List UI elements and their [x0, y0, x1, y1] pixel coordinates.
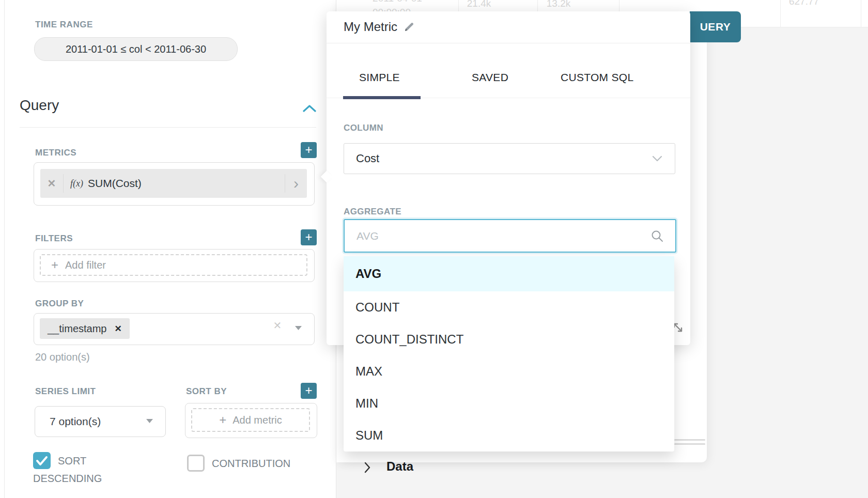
- metric-name: SUM(Cost): [88, 177, 285, 190]
- data-section-chevron-right-icon[interactable]: [364, 462, 371, 473]
- edit-pencil-icon[interactable]: [404, 21, 415, 33]
- remove-tag-icon[interactable]: ✕: [115, 323, 122, 334]
- column-select-value: Cost: [356, 152, 652, 165]
- metrics-label: METRICS: [35, 148, 76, 158]
- add-sort-metric-button[interactable]: + Add metric: [191, 408, 310, 432]
- add-metric-plus-button[interactable]: +: [301, 142, 317, 158]
- table-cell-value: 627.77: [783, 0, 825, 7]
- run-query-button[interactable]: UERY: [690, 11, 741, 42]
- popover-header: My Metric: [344, 20, 415, 34]
- data-section-label[interactable]: Data: [386, 459, 413, 474]
- contribution-checkbox[interactable]: [187, 455, 205, 472]
- table-cell-date: 2011-04-01: [363, 0, 431, 4]
- table-cell-value: 13.2k: [539, 0, 578, 9]
- tab-saved[interactable]: SAVED: [472, 71, 508, 84]
- metric-expand-chevron-icon[interactable]: ›: [285, 170, 307, 197]
- option-max[interactable]: MAX: [344, 355, 674, 387]
- plus-icon: +: [219, 413, 226, 427]
- chevron-down-icon: [652, 155, 662, 162]
- aggregate-input-wrap: [344, 219, 676, 253]
- sort-descending-label: SORT DESCENDING: [33, 452, 157, 487]
- clear-select-icon[interactable]: ✕: [271, 319, 284, 332]
- query-control-panel: TIME RANGE 2011-01-01 ≤ col < 2011-06-30…: [0, 0, 336, 498]
- metric-title: My Metric: [344, 20, 397, 34]
- column-select[interactable]: Cost: [344, 143, 675, 174]
- time-range-label: TIME RANGE: [35, 20, 93, 30]
- add-filter-plus-button[interactable]: +: [301, 229, 317, 245]
- table-cell-value: 21.4k: [460, 0, 498, 9]
- add-filter-button-label: Add filter: [65, 259, 106, 271]
- sort-by-label: SORT BY: [186, 386, 227, 397]
- tab-simple[interactable]: SIMPLE: [359, 71, 400, 84]
- popover-header-divider: [327, 43, 690, 43]
- explore-screen: TIME RANGE 2011-01-01 ≤ col < 2011-06-30…: [0, 0, 868, 498]
- time-range-pill[interactable]: 2011-01-01 ≤ col < 2011-06-30: [34, 37, 238, 61]
- check-icon: [33, 452, 51, 469]
- option-sum[interactable]: SUM: [344, 419, 674, 452]
- option-count[interactable]: COUNT: [344, 291, 674, 323]
- group-by-tag: __timestamp ✕: [40, 318, 130, 339]
- contribution-label: CONTRIBUTION: [187, 455, 337, 472]
- option-count-distinct[interactable]: COUNT_DISTINCT: [344, 323, 674, 355]
- group-by-options-hint: 20 option(s): [35, 351, 90, 363]
- series-limit-label: SERIES LIMIT: [35, 386, 96, 397]
- section-divider: [20, 127, 316, 128]
- aggregate-options-dropdown: AVG COUNT COUNT_DISTINCT MAX MIN SUM: [344, 256, 674, 452]
- filters-label: FILTERS: [35, 234, 73, 244]
- group-by-label: GROUP BY: [35, 299, 84, 309]
- metric-pill[interactable]: ✕ f(x) SUM(Cost) ›: [40, 169, 307, 198]
- pane-resize-handle[interactable]: [674, 439, 705, 441]
- sort-descending-checkbox[interactable]: [33, 452, 51, 469]
- group-by-tag-value: __timestamp: [48, 323, 107, 335]
- table-column-border: [780, 0, 781, 27]
- sort-descending-control: SORT DESCENDING: [33, 452, 157, 487]
- contribution-control: CONTRIBUTION: [187, 455, 337, 472]
- series-limit-value: 7 option(s): [50, 415, 101, 428]
- query-section-title: Query: [20, 97, 59, 114]
- search-icon: [650, 229, 664, 243]
- function-icon: f(x): [70, 178, 83, 189]
- pane-resize-handle[interactable]: [674, 443, 705, 445]
- collapse-chevron-up-icon[interactable]: [303, 104, 316, 113]
- remove-metric-icon[interactable]: ✕: [40, 177, 63, 190]
- pill-separator: [63, 174, 64, 193]
- active-tab-underline: [343, 96, 421, 99]
- option-min[interactable]: MIN: [344, 387, 674, 419]
- caret-down-icon[interactable]: [295, 325, 302, 331]
- caret-down-icon: [146, 418, 153, 424]
- tab-custom-sql[interactable]: CUSTOM SQL: [561, 71, 633, 84]
- aggregate-label: AGGREGATE: [344, 207, 401, 217]
- left-edge-divider: [4, 0, 5, 498]
- column-label: COLUMN: [344, 123, 383, 133]
- table-column-border: [861, 0, 861, 27]
- add-sort-metric-plus-button[interactable]: +: [301, 383, 317, 399]
- option-avg[interactable]: AVG: [344, 256, 674, 291]
- aggregate-input[interactable]: [355, 229, 650, 243]
- plus-icon: +: [51, 258, 58, 272]
- add-filter-button[interactable]: + Add filter: [40, 254, 307, 276]
- add-sort-metric-button-label: Add metric: [233, 414, 282, 426]
